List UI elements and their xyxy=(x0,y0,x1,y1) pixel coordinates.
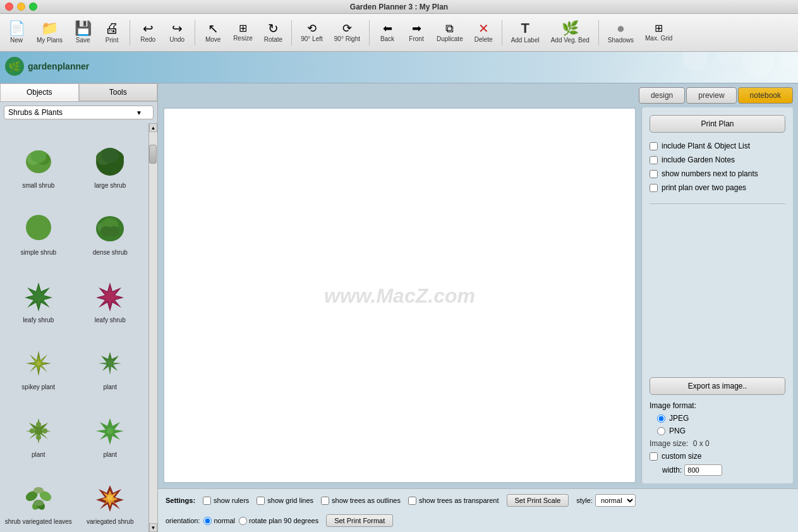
normal-orientation-radio[interactable] xyxy=(203,517,212,525)
normal-orientation-option[interactable]: normal xyxy=(203,517,235,525)
resize-button[interactable]: ⊞ Resize xyxy=(228,16,258,49)
export-image-button[interactable]: Export as image.. xyxy=(650,377,785,395)
back-button[interactable]: ⬅ Back xyxy=(373,16,401,49)
print-plan-button[interactable]: Print Plan xyxy=(650,115,785,133)
save-icon: 💾 xyxy=(75,21,92,35)
show-trees-transparent-checkbox[interactable] xyxy=(408,497,416,505)
my-plans-button[interactable]: 📁 My Plans xyxy=(32,16,68,49)
plant-item-plant-2[interactable]: plant xyxy=(3,395,75,462)
resize-icon: ⊞ xyxy=(239,23,247,33)
settings-label: Settings: xyxy=(166,497,195,504)
maximize-button[interactable] xyxy=(29,3,37,11)
plant-item-large-shrub[interactable]: large shrub xyxy=(75,126,147,193)
tab-objects[interactable]: Objects xyxy=(0,83,79,101)
custom-size-row: custom size xyxy=(650,452,785,461)
check-plant-list-option[interactable]: include Plant & Object List xyxy=(650,142,785,150)
rotate-orientation-option[interactable]: rotate plan 90 degrees xyxy=(239,517,318,525)
plant-item-simple-shrub[interactable]: simple shrub xyxy=(3,193,75,261)
add-label-button[interactable]: T Add Label xyxy=(506,16,545,49)
show-trees-transparent-option[interactable]: show trees as transparent xyxy=(408,497,499,505)
scroll-thumb[interactable] xyxy=(149,145,157,164)
plant-label-leafy-shrub-1: leafy shrub xyxy=(23,317,54,324)
scroll-up-button[interactable]: ▲ xyxy=(149,123,157,132)
plant-item-shrub-variegated-leaves[interactable]: shrub variegated leaves xyxy=(3,462,75,530)
set-print-format-button[interactable]: Set Print Format xyxy=(326,514,393,527)
front-button[interactable]: ➡ Front xyxy=(402,16,430,49)
max-grid-button[interactable]: ⊞ Max. Grid xyxy=(640,16,677,49)
check-plant-list-checkbox[interactable] xyxy=(650,142,658,150)
show-trees-outlines-option[interactable]: show trees as outlines xyxy=(321,497,401,505)
check-numbers-option[interactable]: show numbers next to plants xyxy=(650,169,785,178)
rotate-right-button[interactable]: ⟳ 90° Right xyxy=(329,16,365,49)
plant-item-variegated-shrub[interactable]: variegated shrub xyxy=(75,462,147,530)
check-garden-notes-label: include Garden Notes xyxy=(662,155,735,164)
duplicate-icon: ⧉ xyxy=(445,23,454,34)
check-two-pages-checkbox[interactable] xyxy=(650,184,658,192)
show-rulers-option[interactable]: show rulers xyxy=(203,497,249,505)
plant-label-shrub-variegated-leaves: shrub variegated leaves xyxy=(5,518,72,526)
print-button[interactable]: 🖨 Print xyxy=(98,16,126,49)
jpeg-radio[interactable] xyxy=(657,414,665,423)
sidebar: Objects Tools Shrubs & Plants ▼ xyxy=(0,83,158,532)
variegated-shrub-svg xyxy=(92,480,128,516)
show-grid-lines-option[interactable]: show grid lines xyxy=(257,497,313,505)
plant-label-plant-1: plant xyxy=(103,384,117,391)
plant-item-small-shrub[interactable]: small shrub xyxy=(3,126,75,193)
plant-item-dense-shrub[interactable]: dense shrub xyxy=(75,193,147,261)
minimize-button[interactable] xyxy=(17,3,25,11)
category-select-container: Shrubs & Plants ▼ xyxy=(4,106,154,119)
watermark: www.MacZ.com xyxy=(324,284,475,307)
style-select[interactable]: normal xyxy=(595,494,636,507)
rotate-button[interactable]: ↻ Rotate xyxy=(259,16,287,49)
move-button[interactable]: ↖ Move xyxy=(199,16,227,49)
large-shrub-svg xyxy=(92,144,128,179)
rotate-orientation-label: rotate plan 90 degrees xyxy=(249,517,318,524)
delete-label: Delete xyxy=(475,36,493,43)
undo-button[interactable]: ↪ Undo xyxy=(163,16,191,49)
plant-item-leafy-shrub-1[interactable]: leafy shrub xyxy=(3,260,75,328)
rotate-left-button[interactable]: ⟲ 90° Left xyxy=(296,16,328,49)
add-veg-bed-button[interactable]: 🌿 Add Veg. Bed xyxy=(546,16,595,49)
check-numbers-checkbox[interactable] xyxy=(650,170,658,178)
check-garden-notes-checkbox[interactable] xyxy=(650,156,658,164)
shadows-button[interactable]: ● Shadows xyxy=(603,16,639,49)
show-rulers-checkbox[interactable] xyxy=(203,497,211,505)
check-two-pages-option[interactable]: print plan over two pages xyxy=(650,183,785,192)
new-button[interactable]: 📄 New xyxy=(3,16,30,49)
redo-button[interactable]: ↩ Redo xyxy=(134,16,162,49)
content-area: design preview notebook www.MacZ.com Pri… xyxy=(158,83,798,532)
tab-tools[interactable]: Tools xyxy=(79,83,158,101)
close-button[interactable] xyxy=(5,3,13,11)
custom-size-checkbox[interactable] xyxy=(650,452,658,461)
leafy-shrub-2-svg xyxy=(92,279,128,314)
plant-item-plant-3[interactable]: plant xyxy=(75,395,147,462)
undo-icon: ↪ xyxy=(172,22,183,35)
delete-button[interactable]: ✕ Delete xyxy=(469,16,498,49)
show-grid-lines-checkbox[interactable] xyxy=(257,497,265,505)
tab-notebook[interactable]: notebook xyxy=(738,87,793,104)
scroll-down-button[interactable]: ▼ xyxy=(149,523,157,532)
plant-item-plant-1[interactable]: plant xyxy=(75,328,147,396)
set-print-scale-button[interactable]: Set Print Scale xyxy=(507,494,569,507)
plant-item-leafy-shrub-2[interactable]: leafy shrub xyxy=(75,260,147,328)
duplicate-button[interactable]: ⧉ Duplicate xyxy=(432,16,468,49)
png-radio[interactable] xyxy=(657,427,665,435)
plant-item-spikey-plant[interactable]: spikey plant xyxy=(3,328,75,396)
width-input[interactable] xyxy=(684,464,722,476)
front-label: Front xyxy=(409,35,423,42)
sidebar-scrollbar[interactable]: ▲ ▼ xyxy=(148,123,157,532)
show-trees-outlines-checkbox[interactable] xyxy=(321,497,329,505)
plant-icon-leafy-shrub-1 xyxy=(20,277,57,315)
print-label: Print xyxy=(106,37,119,44)
check-numbers-label: show numbers next to plants xyxy=(662,169,758,178)
add-veg-bed-icon: 🌿 xyxy=(562,21,579,35)
sep-6 xyxy=(598,20,599,45)
category-select[interactable]: Shrubs & Plants xyxy=(4,106,154,119)
rotate-orientation-radio[interactable] xyxy=(239,517,247,525)
tab-design[interactable]: design xyxy=(639,87,685,104)
check-garden-notes-option[interactable]: include Garden Notes xyxy=(650,155,785,164)
plant-icon-simple-shrub xyxy=(20,210,57,248)
sep-1 xyxy=(130,20,130,45)
tab-preview[interactable]: preview xyxy=(686,87,736,104)
save-button[interactable]: 💾 Save xyxy=(69,16,97,49)
